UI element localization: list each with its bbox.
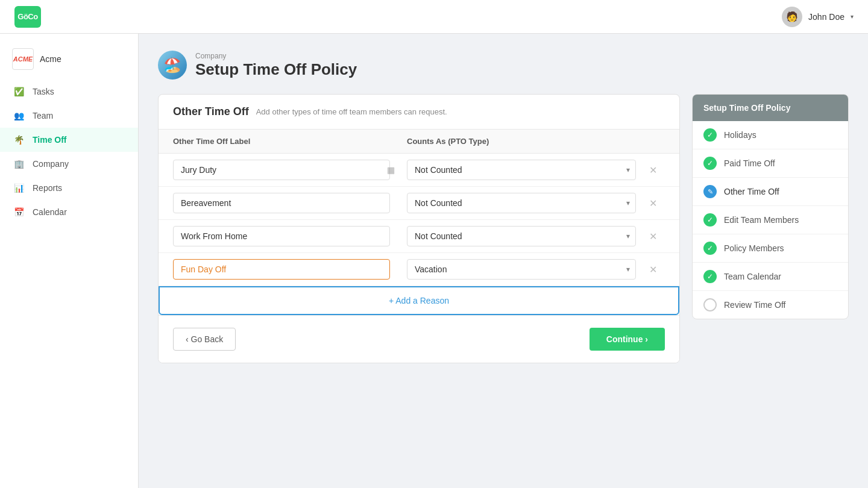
check-icon-paid-time-off: ✓	[703, 157, 717, 170]
logo[interactable]: GöCo	[14, 6, 41, 28]
section-subtitle: Add other types of time off team members…	[256, 107, 447, 116]
page-icon: 🏖️	[158, 51, 187, 80]
check-icon-team-calendar: ✓	[703, 270, 717, 283]
right-sidebar-header: Setup Time Off Policy	[693, 95, 848, 121]
col-counts-header: Counts As (PTO Type)	[407, 137, 641, 146]
sidebar: ACME Acme ✅ Tasks 👥 Team 🌴 Time Off 🏢 Co…	[0, 34, 139, 488]
rs-item-policy-members[interactable]: ✓ Policy Members	[693, 234, 848, 263]
rs-label-review-time-off: Review Time Off	[724, 300, 785, 310]
delete-row-2[interactable]: ✕	[641, 198, 665, 209]
label-cell-3	[173, 226, 407, 246]
top-nav: GöCo 🧑 John Doe ▾	[0, 0, 868, 34]
chevron-down-icon: ▾	[851, 13, 854, 20]
company-item[interactable]: ACME Acme	[0, 43, 138, 75]
sidebar-item-calendar-label: Calendar	[33, 207, 67, 217]
team-icon: 👥	[12, 109, 25, 122]
delete-row-4[interactable]: ✕	[641, 264, 665, 275]
page-title-group: Company Setup Time Off Policy	[195, 52, 357, 79]
label-input-2[interactable]	[173, 193, 390, 213]
rs-item-holidays[interactable]: ✓ Holidays	[693, 121, 848, 149]
sidebar-item-tasks[interactable]: ✅ Tasks	[0, 80, 138, 104]
rs-item-review-time-off[interactable]: Review Time Off	[693, 291, 848, 319]
reports-icon: 📊	[12, 181, 25, 195]
counts-cell-2: Not Counted Vacation Sick Leave Personal…	[407, 193, 641, 213]
sidebar-item-reports-label: Reports	[33, 183, 62, 193]
avatar: 🧑	[782, 7, 802, 27]
content-area: Other Time Off Add other types of time o…	[158, 94, 849, 363]
counts-cell-3: Not Counted Vacation Sick Leave Personal…	[407, 226, 641, 246]
label-cell-2	[173, 193, 407, 213]
rs-item-other-time-off[interactable]: ✎ Other Time Off	[693, 178, 848, 206]
sidebar-item-reports[interactable]: 📊 Reports	[0, 176, 138, 200]
user-menu[interactable]: 🧑 John Doe ▾	[782, 7, 854, 27]
check-icon-edit-team-members: ✓	[703, 213, 717, 227]
counts-select-wrapper-1: Not Counted Vacation Sick Leave Personal…	[407, 160, 636, 180]
main-card: Other Time Off Add other types of time o…	[158, 94, 680, 363]
logo-box: GöCo	[14, 6, 41, 28]
sidebar-item-company-label: Company	[33, 159, 69, 169]
counts-select-2[interactable]: Not Counted Vacation Sick Leave Personal	[407, 193, 636, 213]
section-title: Other Time Off	[173, 105, 249, 118]
page-title: Setup Time Off Policy	[195, 60, 357, 79]
check-icon-holidays: ✓	[703, 128, 717, 142]
rs-item-edit-team-members[interactable]: ✓ Edit Team Members	[693, 206, 848, 234]
company-icon: 🏢	[12, 157, 25, 170]
label-input-wrapper-1: ▦	[173, 160, 400, 180]
counts-select-1[interactable]: Not Counted Vacation Sick Leave Personal	[407, 160, 636, 180]
label-cell-1: ▦	[173, 160, 407, 180]
counts-select-wrapper-4: Not Counted Vacation Sick Leave Personal…	[407, 259, 636, 280]
rs-label-edit-team-members: Edit Team Members	[724, 215, 799, 225]
table-row: Not Counted Vacation Sick Leave Personal…	[159, 220, 679, 253]
label-input-3[interactable]	[173, 226, 390, 246]
continue-button[interactable]: Continue ›	[590, 328, 665, 351]
delete-row-3[interactable]: ✕	[641, 231, 665, 242]
tasks-icon: ✅	[12, 85, 25, 98]
sidebar-item-calendar[interactable]: 📅 Calendar	[0, 200, 138, 224]
sidebar-item-company[interactable]: 🏢 Company	[0, 152, 138, 176]
sidebar-item-tasks-label: Tasks	[33, 87, 54, 96]
add-reason-label: + Add a Reason	[389, 296, 449, 305]
user-name: John Doe	[808, 12, 844, 22]
sidebar-item-team-label: Team	[33, 111, 53, 120]
rs-label-policy-members: Policy Members	[724, 243, 784, 253]
field-icon-1: ▦	[387, 165, 395, 175]
rs-label-team-calendar: Team Calendar	[724, 272, 781, 281]
company-label: Company	[195, 52, 357, 60]
calendar-icon: 📅	[12, 205, 25, 219]
rs-label-holidays: Holidays	[724, 130, 756, 140]
check-icon-policy-members: ✓	[703, 242, 717, 255]
col-label-header: Other Time Off Label	[173, 137, 407, 146]
page-header: 🏖️ Company Setup Time Off Policy	[158, 51, 849, 80]
time-off-icon: 🌴	[12, 133, 25, 146]
rs-item-team-calendar[interactable]: ✓ Team Calendar	[693, 263, 848, 291]
go-back-button[interactable]: ‹ Go Back	[173, 328, 236, 351]
main-content: 🏖️ Company Setup Time Off Policy Other T…	[139, 34, 868, 488]
counts-select-wrapper-2: Not Counted Vacation Sick Leave Personal…	[407, 193, 636, 213]
counts-select-4[interactable]: Not Counted Vacation Sick Leave Personal	[407, 259, 636, 280]
company-logo: ACME	[12, 48, 34, 70]
section-header: Other Time Off Add other types of time o…	[159, 95, 679, 130]
counts-select-3[interactable]: Not Counted Vacation Sick Leave Personal	[407, 226, 636, 246]
sidebar-item-time-off[interactable]: 🌴 Time Off	[0, 128, 138, 152]
card-footer: ‹ Go Back Continue ›	[159, 315, 679, 363]
table-row: Not Counted Vacation Sick Leave Personal…	[159, 253, 679, 286]
add-reason-button[interactable]: + Add a Reason	[159, 286, 679, 315]
sidebar-item-team[interactable]: 👥 Team	[0, 104, 138, 128]
counts-cell-4: Not Counted Vacation Sick Leave Personal…	[407, 259, 641, 280]
table-row: Not Counted Vacation Sick Leave Personal…	[159, 187, 679, 220]
right-sidebar: Setup Time Off Policy ✓ Holidays ✓ Paid …	[692, 94, 849, 319]
logo-text: GöCo	[17, 12, 37, 21]
label-input-4[interactable]	[173, 259, 390, 280]
rs-label-other-time-off: Other Time Off	[724, 187, 779, 196]
company-name: Acme	[40, 54, 61, 64]
label-input-1[interactable]	[173, 160, 390, 180]
edit-icon-other-time-off: ✎	[703, 185, 717, 198]
table-header: Other Time Off Label Counts As (PTO Type…	[159, 130, 679, 154]
delete-row-1[interactable]: ✕	[641, 164, 665, 176]
circle-icon-review-time-off	[703, 298, 717, 311]
counts-select-wrapper-3: Not Counted Vacation Sick Leave Personal…	[407, 226, 636, 246]
table-row: ▦ Not Counted Vacation Sick Leave Person…	[159, 154, 679, 187]
rs-item-paid-time-off[interactable]: ✓ Paid Time Off	[693, 149, 848, 178]
rs-label-paid-time-off: Paid Time Off	[724, 158, 775, 168]
label-cell-4	[173, 259, 407, 280]
